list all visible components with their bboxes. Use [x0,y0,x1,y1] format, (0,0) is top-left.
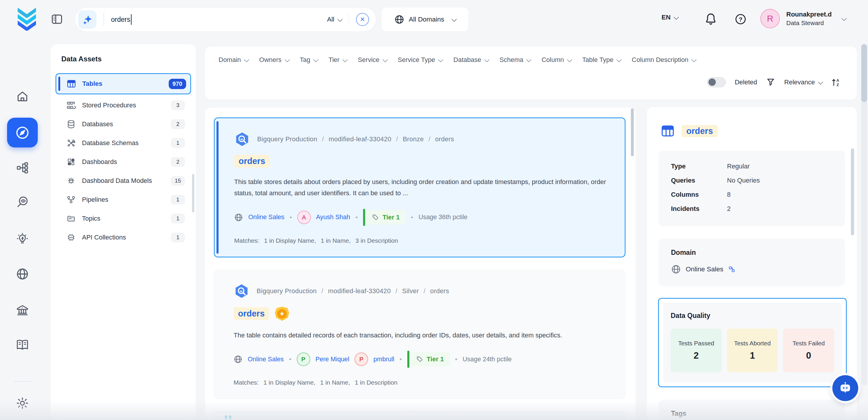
deleted-toggle[interactable] [707,77,726,87]
detail-tags-card: Tags [659,400,845,420]
asset-type-label: Databases [82,120,171,128]
result-title-link[interactable]: orders [234,155,270,168]
tests-aborted-tile[interactable]: Tests Aborted 1 [727,329,778,372]
filter-owners[interactable]: Owners [259,56,289,64]
ai-chat-bot-button[interactable] [832,375,858,401]
globe-icon [394,14,404,25]
owner-link[interactable]: Pere Miquel [316,356,349,363]
sidebar-item-pipelines[interactable]: Pipelines 1 [58,191,189,208]
domain-link[interactable]: Online Sales [248,356,284,363]
tier-badge[interactable]: Tier 1 [363,209,406,226]
breadcrumb-table[interactable]: orders [430,287,449,295]
chevron-down-icon [342,57,348,62]
global-search-bar[interactable]: orders All ✕ [74,7,376,32]
language-selector[interactable]: EN [661,13,678,21]
settings-gear-icon[interactable] [16,396,29,410]
sidebar-toggle-icon[interactable] [51,13,63,25]
chevron-down-icon [337,16,342,22]
results-scrollbar[interactable] [631,108,634,156]
owner-link[interactable]: Ayush Shah [316,214,350,221]
sort-az-icon[interactable]: AZ [831,77,841,87]
data-assets-title: Data Assets [61,55,192,63]
detail-scrollbar[interactable] [851,148,854,235]
page-scrollbar-thumb[interactable] [861,44,867,102]
bigquery-icon [234,283,250,299]
sidebar-item-databases[interactable]: Databases 2 [58,116,189,133]
detail-title-link[interactable]: orders [682,125,718,137]
filter-tier[interactable]: Tier [329,56,346,64]
breadcrumb-schema[interactable]: Silver [402,287,419,295]
breadcrumb-database[interactable]: modified-leaf-330420 [328,287,391,295]
sidebar-item-stored-procedures[interactable]: Stored Procedures 3 [58,97,189,114]
tier-badge[interactable]: Tier 1 [407,351,450,368]
clear-search-button[interactable]: ✕ [356,13,369,26]
observability-icon[interactable] [16,195,29,209]
notifications-bell-icon[interactable] [704,12,717,25]
user-menu[interactable]: R Rounakpreet.d Data Steward [761,9,845,28]
tier-accent-bar [407,351,409,368]
glossary-book-icon[interactable] [16,338,29,352]
filter-column-description[interactable]: Column Description [632,56,695,64]
search-input[interactable]: orders [111,14,328,25]
help-icon[interactable]: ? [734,13,747,25]
meta-separator [290,214,292,221]
filter-column[interactable]: Column [541,56,571,64]
filter-service-type[interactable]: Service Type [398,56,442,64]
result-card-orders-silver[interactable]: Bigquery Production modified-leaf-330420… [214,270,626,399]
svg-text:?: ? [739,16,743,23]
sort-order-dropdown[interactable]: Relevance [784,79,822,86]
detail-header: orders [660,124,857,138]
info-label: Queries [671,177,727,184]
owner-link[interactable]: pmbrull [373,356,394,363]
sidebar-item-dashboard-data-models[interactable]: Dashboard Data Models 15 [58,172,189,189]
owner-avatar: P [354,353,368,366]
page-scrollbar-track[interactable] [861,44,867,385]
search-scope-dropdown[interactable]: All [327,16,341,23]
tests-failed-tile[interactable]: Tests Failed 0 [783,329,834,372]
assets-scrollbar[interactable] [192,174,194,212]
breadcrumb-service[interactable]: Bigquery Production [257,287,317,295]
chevron-down-icon [382,57,388,62]
breadcrumb-database[interactable]: modified-leaf-330420 [329,136,392,143]
all-domains-label: All Domains [409,16,444,23]
domain-link[interactable]: Online Sales [248,214,284,221]
filter-tag[interactable]: Tag [300,56,317,64]
result-card-partial[interactable] [214,411,626,420]
breadcrumb-table[interactable]: orders [435,136,454,143]
domain-name[interactable]: Online Sales [686,266,723,273]
tests-passed-tile[interactable]: Tests Passed 2 [671,329,722,372]
asset-type-label: Dashboard Data Models [82,177,171,185]
advanced-filter-funnel-icon[interactable] [766,78,775,87]
filter-service[interactable]: Service [358,56,386,64]
incidents-count-link[interactable]: 2 [727,205,833,213]
result-meta-row: Online Sales A Ayush Shah Tier 1 Usage 3… [234,209,607,226]
sidebar-item-tables[interactable]: Tables 970 [56,73,191,94]
breadcrumb-service[interactable]: Bigquery Production [257,136,317,143]
sidebar-item-dashboards[interactable]: Dashboards 2 [58,153,189,171]
filter-schema[interactable]: Schema [500,56,531,64]
breadcrumb-schema[interactable]: Bronze [403,136,424,143]
sidebar-item-api-collections[interactable]: API API Collections 1 [58,229,189,246]
sidebar-item-topics[interactable]: Topics 1 [58,210,189,227]
result-description: This table stores details about orders p… [234,176,607,199]
result-title-link[interactable]: orders [234,307,269,320]
domain-link-icon[interactable] [728,266,735,273]
certified-badge-icon: ★ [275,307,289,321]
matches-row: Matches: 1 in Display Name, 1 in Name, 1… [234,379,608,386]
collate-logo-icon[interactable] [16,6,38,31]
result-card-orders-bronze[interactable]: Bigquery Production modified-leaf-330420… [214,117,626,258]
home-icon[interactable] [16,90,29,103]
insights-bulb-icon[interactable] [16,232,29,246]
all-domains-button[interactable]: All Domains [381,7,469,32]
govern-bank-icon[interactable] [16,303,29,317]
explore-compass-icon-active[interactable] [7,118,38,148]
result-controls: Deleted Relevance AZ [707,77,841,87]
platform-lineage-icon[interactable] [16,161,29,175]
filter-domain[interactable]: Domain [219,56,248,64]
sidebar-item-database-schemas[interactable]: Database Schemas 1 [58,134,189,152]
domains-globe-icon[interactable] [16,267,29,281]
filter-database[interactable]: Database [453,56,488,64]
ai-sparkle-icon[interactable] [78,10,96,29]
filter-table-type[interactable]: Table Type [582,56,621,64]
breadcrumb: Bigquery Production modified-leaf-330420… [234,283,608,299]
